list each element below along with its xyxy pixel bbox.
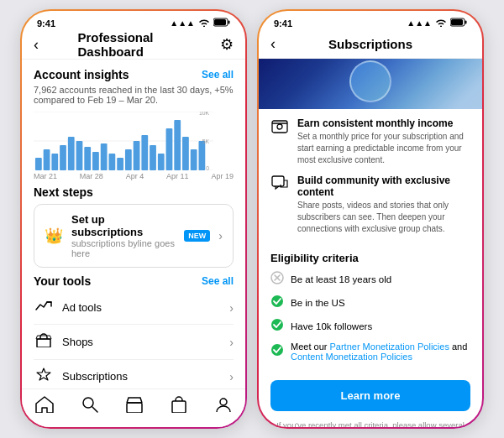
chart-label-5: Apr 19	[211, 172, 234, 180]
svg-rect-7	[44, 149, 50, 170]
feature-item-community: Build community with exclusive content S…	[270, 175, 470, 235]
shops-icon	[34, 332, 54, 352]
feature-text-community: Build community with exclusive content S…	[297, 175, 470, 235]
subscription-features: Earn consistent monthly income Set a mon…	[259, 109, 482, 252]
learn-more-button[interactable]: Learn more	[270, 380, 470, 411]
svg-point-41	[277, 124, 282, 129]
svg-rect-8	[51, 154, 58, 170]
page-title-right: Subscriptions	[328, 37, 412, 51]
account-insights-title: Account insights	[34, 68, 129, 81]
feature-desc-community: Share posts, videos and stories that onl…	[297, 200, 470, 235]
your-tools-section: Your tools See all Ad tools › Shops ›	[34, 274, 234, 394]
svg-rect-9	[60, 145, 66, 170]
criteria-icon-policies	[270, 343, 284, 360]
partner-policies-link[interactable]: Partner Monetization Policies	[329, 342, 449, 352]
svg-text:5K: 5K	[202, 138, 210, 144]
svg-rect-2	[228, 21, 230, 24]
settings-icon[interactable]: ⚙	[220, 35, 234, 54]
svg-rect-18	[134, 141, 140, 170]
nav-search-icon[interactable]	[81, 396, 98, 417]
svg-point-36	[220, 399, 227, 405]
chart-label-4: Apr 11	[166, 172, 189, 180]
chevron-right-icon: ›	[218, 229, 223, 242]
feature-desc-income: Set a monthly price for your subscriptio…	[297, 131, 470, 166]
nav-home-icon[interactable]	[35, 396, 54, 417]
chart-label-3: Apr 4	[126, 172, 144, 180]
feature-item-income: Earn consistent monthly income Set a mon…	[270, 117, 470, 166]
svg-rect-13	[92, 152, 99, 170]
next-steps-title: Next steps	[34, 185, 93, 199]
next-steps-card[interactable]: 👑 Set up subscriptions subscriptions byl…	[34, 204, 234, 268]
svg-point-31	[83, 398, 93, 408]
criteria-icon-us	[270, 295, 284, 311]
svg-text:0: 0	[206, 165, 209, 170]
svg-rect-26	[198, 141, 205, 170]
new-badge: NEW	[184, 230, 210, 242]
svg-rect-23	[174, 120, 181, 170]
back-button-left[interactable]: ‹	[34, 36, 39, 54]
criteria-item-us: Be in the US	[270, 295, 470, 311]
header-left: ‹ Professional Dashboard ⚙	[22, 30, 245, 60]
svg-rect-15	[108, 154, 115, 170]
svg-rect-14	[101, 143, 108, 170]
disclaimer-text: If you've recently met all criteria, ple…	[259, 416, 482, 429]
nav-profile-icon[interactable]	[215, 396, 232, 417]
bar-chart: 10K 5K 0	[34, 112, 213, 170]
criteria-icon-followers	[270, 318, 284, 335]
phone-right: 9:41 ▲▲▲ ‹ Subscriptions	[257, 9, 484, 429]
battery-icon	[213, 18, 230, 29]
criteria-text-policies: Meet our Partner Monetization Policies a…	[291, 342, 470, 362]
next-steps-text: Set up subscriptions subscriptions bylin…	[71, 213, 176, 258]
chart-container: 10K 5K 0 Mar 21 Mar 28 Apr 4 Apr 11 Apr …	[34, 112, 234, 179]
content-policies-link[interactable]: Content Monetization Policies	[291, 352, 412, 362]
shops-label: Shops	[62, 336, 221, 348]
svg-text:10K: 10K	[199, 112, 209, 116]
time-right: 9:41	[274, 18, 292, 29]
tools-see-all[interactable]: See all	[202, 275, 234, 287]
adtools-label: Ad tools	[62, 301, 221, 314]
eligibility-section: Eligibility criteria Be at least 18 year…	[259, 252, 482, 375]
eligibility-title: Eligibility criteria	[270, 252, 470, 264]
subscription-hero-image	[259, 59, 482, 109]
svg-rect-16	[117, 158, 123, 170]
crown-icon: 👑	[45, 227, 63, 245]
phone-left: 9:41 ▲▲▲ ‹ Professional Dashboard ⚙ Acco…	[20, 9, 247, 429]
signal-icon-right: ▲▲▲	[407, 18, 432, 28]
criteria-text-age: Be at least 18 years old	[291, 274, 391, 284]
svg-rect-22	[166, 128, 173, 170]
svg-rect-17	[125, 149, 132, 170]
phones-container: 9:41 ▲▲▲ ‹ Professional Dashboard ⚙ Acco…	[12, 1, 492, 437]
criteria-item-policies: Meet our Partner Monetization Policies a…	[270, 342, 470, 362]
status-bar-left: 9:41 ▲▲▲	[22, 11, 245, 30]
nav-store-icon[interactable]	[125, 396, 144, 417]
svg-line-32	[92, 407, 97, 412]
criteria-item-followers: Have 10k followers	[270, 318, 470, 335]
criteria-icon-age	[270, 271, 284, 288]
criteria-item-age: Be at least 18 years old	[270, 271, 470, 288]
next-steps-card-title: Set up subscriptions	[71, 213, 176, 238]
income-icon	[270, 118, 289, 137]
wifi-icon	[198, 18, 210, 29]
account-insights-header: Account insights See all	[34, 68, 234, 81]
svg-rect-6	[35, 158, 42, 170]
signal-icon: ▲▲▲	[170, 18, 195, 28]
svg-rect-20	[150, 145, 156, 170]
left-main-content: Account insights See all 7,962 accounts …	[22, 60, 245, 409]
account-insights-see-all[interactable]: See all	[202, 69, 234, 81]
criteria-text-us: Be in the US	[291, 298, 345, 308]
svg-rect-38	[451, 19, 463, 25]
battery-icon-right	[450, 18, 467, 29]
svg-rect-25	[191, 149, 197, 170]
chart-x-labels: Mar 21 Mar 28 Apr 4 Apr 11 Apr 19	[34, 172, 234, 180]
tool-item-shops[interactable]: Shops ›	[34, 325, 234, 360]
tool-item-adtools[interactable]: Ad tools ›	[34, 291, 234, 325]
back-button-right[interactable]: ‹	[270, 35, 276, 53]
next-steps-header: Next steps	[34, 185, 234, 199]
svg-rect-35	[172, 401, 186, 413]
svg-rect-30	[37, 339, 50, 347]
time-left: 9:41	[37, 18, 55, 29]
svg-rect-24	[182, 137, 189, 170]
svg-rect-40	[272, 121, 287, 133]
nav-bag-icon[interactable]	[171, 396, 187, 417]
svg-rect-12	[84, 147, 91, 170]
